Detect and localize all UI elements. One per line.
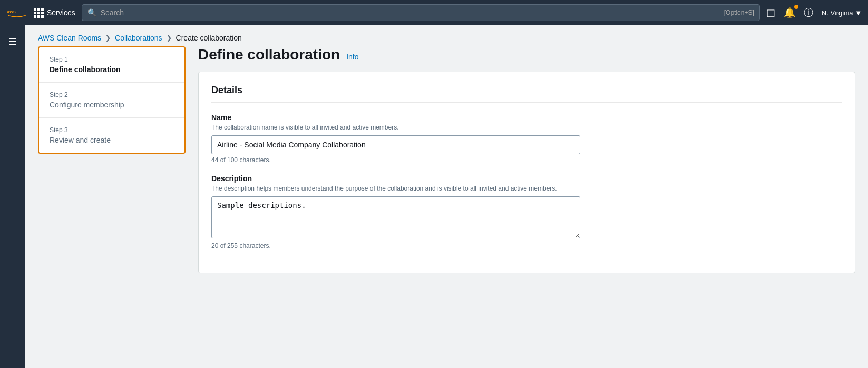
page-title-row: Define collaboration Info [198,46,855,63]
bell-icon-btn[interactable]: 🔔 [784,7,795,18]
breadcrumb-sep-1: ❯ [105,34,111,42]
description-char-count: 20 of 255 characters. [211,242,842,250]
breadcrumb-current: Create collaboration [176,34,242,42]
description-label: Description [211,174,842,183]
help-icon: ⓘ [804,6,813,19]
page-layout: ☰ AWS Clean Rooms ❯ Collaborations ❯ Cre… [0,25,868,368]
page-body: Step 1 Define collaboration Step 2 Confi… [25,46,868,286]
step-1-label: Step 1 [50,56,174,63]
region-label: N. Virginia [822,9,853,17]
nav-right: ◫ 🔔 ⓘ N. Virginia ▼ [766,6,862,19]
breadcrumb-root[interactable]: AWS Clean Rooms [38,34,101,42]
notification-badge [794,5,798,9]
page-title: Define collaboration [198,46,340,63]
top-navigation: aws Services 🔍 [Option+S] ◫ 🔔 ⓘ N. Virgi… [0,0,868,25]
region-selector[interactable]: N. Virginia ▼ [822,9,862,17]
description-textarea[interactable]: Sample descriptions. [211,196,580,238]
breadcrumb-sep-2: ❯ [167,34,172,42]
info-link[interactable]: Info [346,53,358,61]
bell-icon: 🔔 [784,7,795,18]
search-icon: 🔍 [87,8,96,17]
grid-icon [34,8,44,18]
breadcrumb-level2[interactable]: Collaborations [115,34,162,42]
step-3-item[interactable]: Step 3 Review and create [39,118,184,153]
name-field: Name The collaboration name is visible t… [211,113,842,164]
name-char-count: 44 of 100 characters. [211,156,842,164]
help-icon-btn[interactable]: ⓘ [804,6,813,19]
search-bar[interactable]: 🔍 [Option+S] [82,4,760,21]
chevron-down-icon: ▼ [855,9,862,17]
search-input[interactable] [101,8,720,17]
sidebar-toggle[interactable]: ☰ [0,25,25,368]
svg-text:aws: aws [7,9,16,14]
name-input[interactable] [211,135,580,154]
services-label: Services [47,8,75,17]
description-description: The description helps members understand… [211,185,842,192]
step-2-name: Configure membership [50,101,174,109]
step-1-name: Define collaboration [50,65,174,74]
name-label: Name [211,113,842,122]
card-title: Details [211,85,842,103]
services-menu[interactable]: Services [34,8,75,18]
step-2-label: Step 2 [50,91,174,98]
aws-logo[interactable]: aws [6,5,27,20]
step-panel: Step 1 Define collaboration Step 2 Confi… [38,46,186,154]
name-description: The collaboration name is visible to all… [211,124,842,131]
step-2-item[interactable]: Step 2 Configure membership [39,83,184,118]
terminal-icon: ◫ [766,7,775,18]
step-3-name: Review and create [50,136,174,144]
step-1-item[interactable]: Step 1 Define collaboration [39,47,184,83]
hamburger-icon[interactable]: ☰ [8,36,17,47]
terminal-icon-btn[interactable]: ◫ [766,7,775,18]
search-shortcut: [Option+S] [724,9,754,16]
form-area: Define collaboration Info Details Name T… [198,46,855,273]
breadcrumb: AWS Clean Rooms ❯ Collaborations ❯ Creat… [25,25,868,46]
details-card: Details Name The collaboration name is v… [198,72,855,273]
main-content: AWS Clean Rooms ❯ Collaborations ❯ Creat… [25,25,868,368]
description-field: Description The description helps member… [211,174,842,250]
step-3-label: Step 3 [50,126,174,134]
